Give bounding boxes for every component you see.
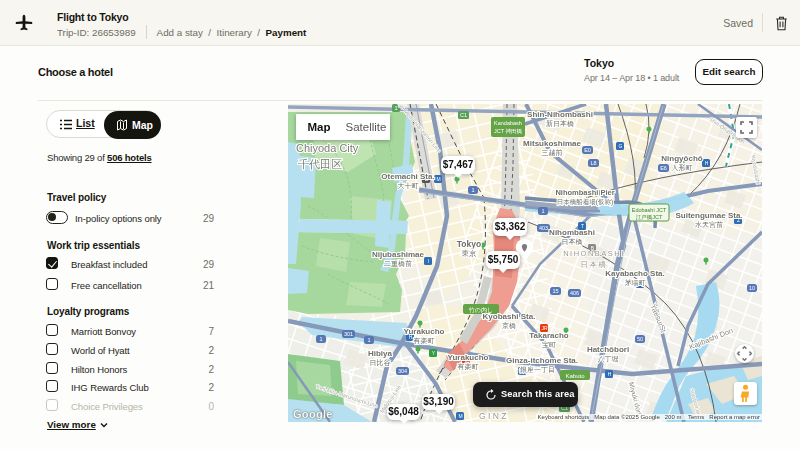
svg-text:C1: C1: [460, 112, 467, 118]
svg-text:1: 1: [394, 105, 397, 111]
svg-text:日本橋船着場(仮称): 日本橋船着場(仮称): [557, 198, 613, 206]
svg-text:JCT 神田橋: JCT 神田橋: [494, 128, 523, 134]
svg-text:宝町: 宝町: [542, 341, 556, 348]
svg-text:有楽町: 有楽町: [414, 337, 435, 344]
svg-text:Nihombashi: Nihombashi: [549, 228, 595, 237]
svg-text:10: 10: [749, 285, 755, 291]
svg-text:Suitengumae Sta.: Suitengumae Sta.: [675, 211, 742, 220]
svg-text:新日本橋: 新日本橋: [546, 119, 574, 128]
svg-text:Edobashi JCT: Edobashi JCT: [632, 207, 667, 213]
svg-text:301: 301: [344, 331, 353, 337]
svg-text:二重橋前: 二重橋前: [384, 260, 412, 267]
svg-text:Tokyo: Tokyo: [457, 239, 481, 249]
svg-text:江戸橋JCT: 江戸橋JCT: [636, 214, 663, 221]
svg-text:大十町: 大十町: [398, 182, 419, 190]
svg-text:406: 406: [570, 290, 579, 296]
svg-text:Hatchōbori: Hatchōbori: [587, 345, 629, 354]
svg-text:三越前: 三越前: [542, 149, 563, 157]
svg-text:I: I: [428, 258, 429, 264]
svg-text:Yurakucho: Yurakucho: [448, 353, 489, 362]
svg-text:E6: E6: [660, 165, 667, 171]
svg-text:水天宮前: 水天宮前: [695, 221, 723, 228]
svg-text:Kandabash: Kandabash: [494, 120, 522, 126]
svg-text:千代田区: 千代田区: [298, 158, 342, 170]
svg-text:Otemachi Sta.: Otemachi Sta.: [381, 172, 434, 181]
svg-text:東京: 東京: [462, 249, 478, 258]
svg-text:E0: E0: [584, 147, 591, 153]
svg-text:茅場町: 茅場町: [625, 279, 646, 287]
svg-text:Ningyōchō: Ningyōchō: [661, 154, 702, 163]
svg-text:1: 1: [319, 336, 322, 342]
svg-text:NIHONBASHI: NIHONBASHI: [563, 249, 625, 258]
svg-text:日本橋: 日本橋: [581, 260, 608, 269]
svg-text:Kayabacho Sta.: Kayabacho Sta.: [605, 269, 665, 278]
svg-text:Nijubashimae: Nijubashimae: [372, 250, 425, 259]
svg-text:Chiyoda City: Chiyoda City: [296, 142, 359, 154]
svg-text:M: M: [436, 176, 440, 182]
svg-text:Takaracho: Takaracho: [529, 331, 569, 340]
svg-text:Nihombashi Pier: Nihombashi Pier: [555, 188, 614, 197]
svg-text:1: 1: [471, 187, 474, 193]
svg-text:日本橋: 日本橋: [562, 238, 583, 246]
svg-text:Ginza-itchome Sta.: Ginza-itchome Sta.: [506, 356, 578, 365]
svg-text:Mitsukoshimae: Mitsukoshimae: [523, 139, 581, 148]
svg-text:403: 403: [539, 225, 548, 231]
svg-text:G: G: [619, 143, 623, 149]
svg-text:1: 1: [367, 337, 370, 343]
svg-text:Kabuto: Kabuto: [565, 373, 585, 379]
svg-text:Hibiya: Hibiya: [368, 349, 393, 358]
svg-text:H: H: [608, 371, 612, 377]
svg-text:京橋: 京橋: [502, 322, 516, 329]
svg-text:15: 15: [552, 288, 558, 294]
svg-text:Kyobashi Sta.: Kyobashi Sta.: [483, 312, 536, 321]
svg-text:50: 50: [637, 336, 643, 342]
svg-text:人形町: 人形町: [672, 164, 693, 172]
svg-text:Yurakucho: Yurakucho: [404, 327, 445, 336]
svg-text:304: 304: [398, 368, 407, 374]
svg-text:八丁堀: 八丁堀: [598, 355, 619, 363]
svg-text:日比谷: 日比谷: [370, 359, 391, 367]
svg-text:L8: L8: [590, 160, 596, 166]
svg-text:Shin-Nihombashi: Shin-Nihombashi: [527, 110, 593, 119]
svg-text:銀座一丁目: 銀座一丁目: [520, 366, 555, 374]
svg-text:有楽町: 有楽町: [458, 363, 479, 370]
svg-text:H: H: [705, 160, 709, 166]
svg-text:1: 1: [541, 208, 544, 214]
